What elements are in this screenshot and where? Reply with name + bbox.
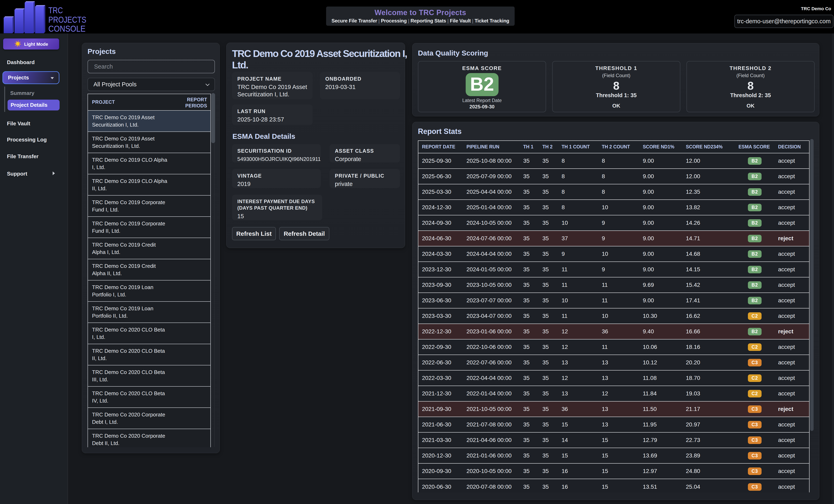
svg-text:PROJECTS: PROJECTS	[48, 15, 86, 24]
svg-text:TRC: TRC	[48, 5, 63, 15]
svg-text:CONSOLE: CONSOLE	[48, 24, 86, 34]
